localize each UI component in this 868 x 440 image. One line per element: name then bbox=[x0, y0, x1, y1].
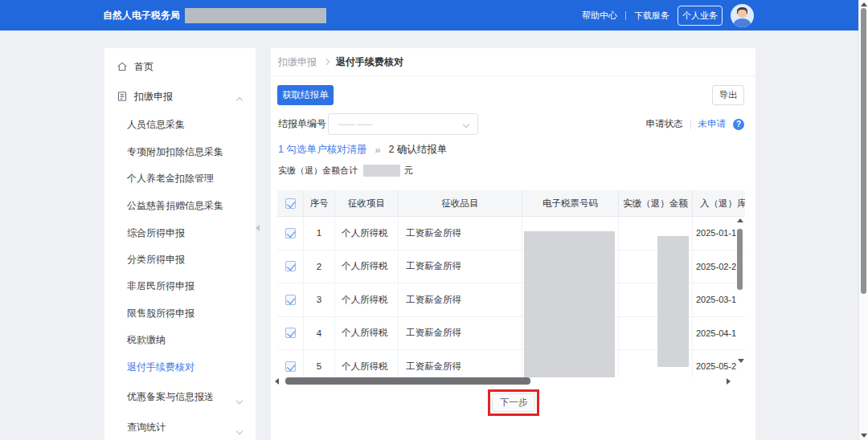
header-checkbox[interactable] bbox=[285, 198, 296, 209]
help-center-link[interactable]: 帮助中心 bbox=[582, 10, 617, 22]
apply-status-label: 申请状态 bbox=[646, 118, 683, 130]
table-hscrollbar-thumb[interactable] bbox=[285, 377, 530, 385]
redacted-amount bbox=[363, 165, 400, 177]
col-seq: 序号 bbox=[304, 190, 335, 216]
amount-summary-label: 实缴（退）金额合计 bbox=[278, 165, 358, 177]
sidebar-item-query-statistics[interactable]: 查询统计 bbox=[104, 418, 256, 437]
sidebar-item-special-deduction[interactable]: 专项附加扣除信息采集 bbox=[104, 142, 256, 161]
amount-summary: 实缴（退）金额合计 元 bbox=[278, 164, 413, 177]
table-scroll-left-icon[interactable] bbox=[275, 378, 279, 385]
row-checkbox[interactable] bbox=[285, 261, 296, 271]
sidebar-item-pension-deduction[interactable]: 个人养老金扣除管理 bbox=[104, 169, 256, 188]
step-separator: » bbox=[375, 145, 380, 156]
sidebar-item-withholding[interactable]: 扣缴申报 bbox=[104, 87, 256, 106]
select-placeholder: —— —— bbox=[338, 114, 373, 135]
redacted-amounts bbox=[657, 236, 689, 367]
status-divider bbox=[690, 120, 691, 129]
export-button[interactable]: 导出 bbox=[712, 85, 744, 105]
apply-status: 申请状态 未申请 ? bbox=[646, 113, 745, 135]
fetch-statement-button[interactable]: 获取结报单 bbox=[277, 85, 334, 105]
download-service-link[interactable]: 下载服务 bbox=[634, 10, 669, 22]
sidebar: 首页 扣缴申报 人员信息采集 专项附加扣除信息采集 个人养老金扣除管理 公益慈善… bbox=[104, 48, 256, 440]
row-checkbox[interactable] bbox=[285, 361, 296, 372]
breadcrumb-current: 退付手续费核对 bbox=[336, 55, 403, 69]
row-checkbox[interactable] bbox=[285, 228, 296, 238]
annotation-red-box: 下一步 bbox=[488, 389, 539, 416]
browser-scrollbar-thumb[interactable] bbox=[861, 8, 866, 294]
form-icon bbox=[117, 91, 128, 102]
sidebar-item-nonresident-income[interactable]: 非居民所得申报 bbox=[104, 276, 256, 295]
breadcrumb: 扣缴申报 退付手续费核对 bbox=[271, 48, 755, 76]
table-scroll-down-icon[interactable] bbox=[738, 359, 744, 363]
header-divider bbox=[625, 11, 626, 20]
apply-status-value: 未申请 bbox=[698, 118, 727, 130]
chevron-up-icon bbox=[236, 97, 243, 104]
row-checkbox[interactable] bbox=[285, 295, 296, 305]
amount-unit: 元 bbox=[404, 165, 413, 177]
next-step-button[interactable]: 下一步 bbox=[492, 393, 535, 412]
avatar-body bbox=[734, 18, 751, 27]
app-title: 自然人电子税务局 bbox=[103, 9, 180, 22]
sidebar-item-restricted-shares[interactable]: 限售股所得申报 bbox=[104, 304, 256, 323]
chevron-down-icon bbox=[236, 428, 243, 434]
table-header: 序号 征收项目 征收品目 电子税票号码 实缴（退）金额 入（退）库 bbox=[277, 190, 745, 217]
sidebar-item-charity-donation[interactable]: 公益慈善捐赠信息采集 bbox=[104, 196, 256, 215]
step-2: 2 确认结报单 bbox=[388, 143, 447, 157]
col-amount: 实缴（退）金额 bbox=[619, 190, 693, 216]
wizard-steps: 1 勾选单户核对清册 » 2 确认结报单 bbox=[278, 143, 447, 157]
statement-number-select[interactable]: —— —— bbox=[328, 113, 478, 135]
breadcrumb-parent[interactable]: 扣缴申报 bbox=[278, 55, 317, 69]
sidebar-collapse-icon[interactable] bbox=[256, 225, 260, 231]
home-icon bbox=[117, 61, 128, 72]
sidebar-item-preferential-filing[interactable]: 优惠备案与信息报送 bbox=[104, 387, 256, 406]
sidebar-item-home[interactable]: 首页 bbox=[104, 57, 256, 76]
table-scroll-up-icon[interactable] bbox=[737, 218, 743, 222]
statement-number-label: 结报单编号 bbox=[278, 113, 326, 135]
scroll-down-icon[interactable] bbox=[861, 434, 867, 438]
avatar[interactable] bbox=[731, 4, 754, 27]
scroll-up-icon[interactable] bbox=[861, 2, 867, 6]
app-header: 自然人电子税务局 帮助中心 下载服务 个人业务 bbox=[0, 0, 858, 31]
col-storage-date: 入（退）库 bbox=[693, 190, 745, 216]
sidebar-item-comprehensive-income[interactable]: 综合所得申报 bbox=[104, 223, 256, 242]
sidebar-item-tax-payment[interactable]: 税款缴纳 bbox=[104, 330, 256, 349]
step-1: 1 勾选单户核对清册 bbox=[278, 143, 366, 157]
main-panel: 扣缴申报 退付手续费核对 获取结报单 导出 结报单编号 —— —— 申请状态 未… bbox=[271, 48, 755, 440]
question-icon[interactable]: ? bbox=[733, 119, 744, 130]
redacted-company-name bbox=[185, 8, 326, 23]
breadcrumb-chevron-icon bbox=[323, 59, 330, 65]
sidebar-item-classified-income[interactable]: 分类所得申报 bbox=[104, 250, 256, 269]
chevron-down-icon bbox=[236, 397, 243, 404]
table-vscrollbar-thumb[interactable] bbox=[737, 229, 743, 290]
col-einvoice-no: 电子税票号码 bbox=[522, 190, 619, 216]
col-project: 征收项目 bbox=[335, 190, 399, 216]
sidebar-item-personnel-info[interactable]: 人员信息采集 bbox=[104, 115, 256, 134]
select-chevron-icon bbox=[463, 121, 469, 128]
personal-business-button[interactable]: 个人业务 bbox=[678, 6, 723, 26]
row-checkbox[interactable] bbox=[285, 328, 296, 338]
sidebar-item-refund-fee-check[interactable]: 退付手续费核对 bbox=[104, 357, 256, 377]
col-item: 征收品目 bbox=[399, 190, 522, 216]
avatar-face bbox=[738, 10, 747, 18]
redacted-einvoice-numbers bbox=[524, 231, 615, 377]
browser-scrollbar[interactable] bbox=[858, 0, 868, 440]
table-scroll-right-icon[interactable] bbox=[727, 378, 731, 385]
